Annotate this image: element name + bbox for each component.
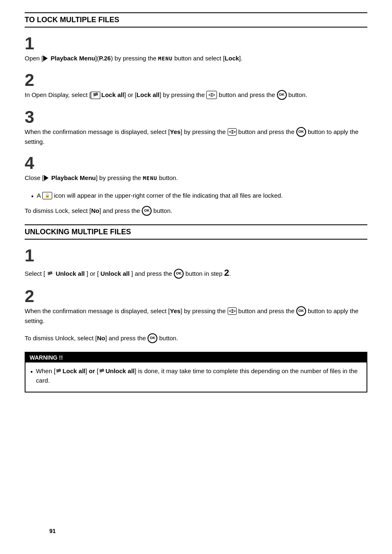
ok-button-2: OK — [296, 127, 306, 137]
warning-text: When [🏴Lock all] or [🏴Unlock all] is don… — [36, 367, 362, 385]
playback-icon — [43, 55, 48, 61]
lr-button-2: ◁▷ — [228, 307, 237, 315]
lock-step-2: 2 In Open Display, select [🏴Lock all] or… — [25, 72, 367, 100]
flag-lock-icon: 🏴 — [91, 92, 100, 99]
lock-section-title: TO LOCK MULTIPLE FILES — [25, 12, 367, 28]
lock-step-1-text: Open [ Playback Menu](P.26) by pressing … — [25, 54, 367, 63]
lr-button-1: ◁▷ — [228, 128, 237, 136]
lock-step-4: 4 Close [ Playback Menu] by pressing the… — [25, 155, 367, 183]
menu-button-label: MENU — [158, 55, 173, 62]
lock-note-bullet: • A 🔒 icon will appear in the upper-righ… — [31, 191, 367, 201]
unlock-step-1-text: Select [ 🏴 Unlock all ] or [ Unlock all … — [25, 266, 367, 279]
lock-step-2-number: 2 — [25, 72, 367, 89]
unlock-step-2-number: 2 — [25, 288, 367, 305]
warning-bullet: • When [🏴Lock all] or [🏴Unlock all] is d… — [30, 367, 362, 385]
unlock-step-2: 2 When the confirmation message is displ… — [25, 288, 367, 326]
warning-bullet-dot: • — [30, 367, 33, 377]
unlock-all-label-1: Unlock all — [55, 270, 85, 277]
lock-all-label-1: Lock all — [101, 91, 124, 98]
lock-step-3-text: When the confirmation message is display… — [25, 127, 367, 147]
flag-icon-unlock: 🏴 — [47, 270, 53, 278]
lock-step-3: 3 When the confirmation message is displ… — [25, 108, 367, 147]
lock-step-1: 1 Open [ Playback Menu](P.26) by pressin… — [25, 35, 367, 63]
page-content: TO LOCK MULTIPLE FILES 1 Open [ Playback… — [25, 12, 367, 547]
step-2-ref: 2 — [224, 268, 229, 278]
ok-button-4: OK — [174, 269, 184, 279]
unlock-all-label-2: Unlock all — [101, 270, 130, 277]
warning-box: WARNING !! • When [🏴Lock all] or [🏴Unloc… — [25, 352, 367, 392]
lock-note-text: A 🔒 icon will appear in the upper-right … — [37, 191, 283, 201]
camera-lock-icon: 🔒 — [42, 192, 52, 199]
dismiss-unlock-text: To dismiss Unlock, select [No] and press… — [25, 334, 367, 344]
warning-unlock-label: Unlock all — [106, 367, 135, 374]
unlock-step-1: 1 Select [ 🏴 Unlock all ] or [ Unlock al… — [25, 247, 367, 279]
warning-or: or — [89, 367, 95, 374]
lock-label: Lock — [225, 55, 239, 62]
playback-menu-label-2: Playback Menu — [51, 174, 96, 181]
ok-button-1: OK — [277, 90, 287, 100]
menu-button-label-2: MENU — [143, 175, 157, 181]
lr-arrow-button: ◁▷ — [206, 91, 217, 99]
lock-step-2-text: In Open Display, select [🏴Lock all] or [… — [25, 90, 367, 100]
warning-lock-label: Lock all — [62, 367, 85, 374]
ok-button-6: OK — [148, 333, 157, 343]
lock-step-3-number: 3 — [25, 108, 367, 126]
lock-note-section: • A 🔒 icon will appear in the upper-righ… — [25, 191, 367, 201]
ok-button-3: OK — [142, 206, 152, 216]
yes-label-1: Yes — [170, 128, 181, 135]
ok-button-5: OK — [296, 306, 306, 316]
flag-icon-warning-2: 🏴 — [99, 368, 105, 375]
unlock-section-title: UNLOCKING MULTIPLE FILES — [25, 224, 367, 240]
bullet-dot-1: • — [31, 192, 34, 201]
no-label-1: No — [91, 207, 99, 214]
dismiss-lock-text: To dismiss Lock, select [No] and press t… — [25, 206, 367, 216]
lock-step-4-number: 4 — [25, 155, 367, 172]
lock-step-4-text: Close [ Playback Menu] by pressing the M… — [25, 173, 367, 183]
lock-step-1-number: 1 — [25, 35, 367, 52]
flag-icon-warning-1: 🏴 — [55, 368, 62, 375]
yes-label-2: Yes — [170, 307, 181, 314]
unlock-step-1-number: 1 — [25, 247, 367, 264]
warning-body: • When [🏴Lock all] or [🏴Unlock all] is d… — [25, 362, 367, 392]
playback-icon-2 — [44, 175, 48, 181]
no-label-2: No — [97, 335, 105, 342]
warning-header: WARNING !! — [25, 353, 367, 362]
playback-menu-label: Playback Menu — [51, 55, 95, 62]
page-number: 91 — [49, 528, 56, 534]
page-ref: P.26 — [99, 55, 111, 62]
unlock-step-2-text: When the confirmation message is display… — [25, 307, 367, 326]
lock-all-label-2: Lock all — [136, 91, 159, 98]
